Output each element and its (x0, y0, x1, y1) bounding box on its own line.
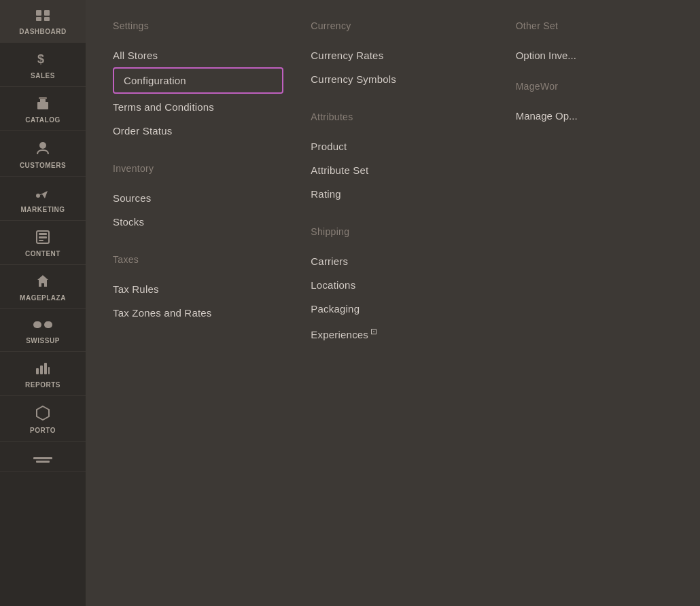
svg-rect-7 (39, 97, 47, 99)
sidebar-item-label-mageplaza: MAGEPLAZA (20, 294, 66, 302)
sidebar-item-mageplaza[interactable]: MAGEPLAZA (0, 265, 86, 309)
svg-rect-13 (39, 240, 43, 241)
menu-item-configuration[interactable]: Configuration (113, 67, 283, 94)
menu-column-middle: Currency Currency Rates Currency Symbols… (304, 0, 502, 586)
menu-item-product[interactable]: Product (311, 135, 481, 158)
sidebar-item-label-marketing: MARKETING (20, 206, 65, 213)
dropdown-menu: Settings All Stores Configuration Terms … (86, 0, 700, 606)
shipping-header: Shipping (311, 226, 481, 237)
menu-item-currency-rates[interactable]: Currency Rates (311, 43, 481, 67)
sidebar-item-sales[interactable]: $ SALES (0, 43, 86, 87)
menu-item-tax-rules[interactable]: Tax Rules (113, 277, 283, 301)
other-set-header: Other Set (516, 20, 686, 31)
svg-rect-12 (39, 236, 47, 238)
svg-rect-14 (33, 321, 41, 328)
attributes-header: Attributes (311, 111, 481, 122)
svg-rect-2 (36, 17, 41, 21)
menu-item-carriers[interactable]: Carriers (311, 249, 481, 273)
svg-rect-0 (36, 10, 41, 16)
svg-rect-6 (40, 99, 46, 103)
svg-rect-20 (33, 457, 52, 459)
menu-column-left: Settings All Stores Configuration Terms … (86, 0, 304, 586)
menu-item-tax-zones[interactable]: Tax Zones and Rates (113, 301, 283, 325)
sidebar-item-label-customers: CUSTOMERS (20, 162, 66, 169)
external-link-icon: ⊡ (370, 327, 377, 336)
sidebar-item-label-reports: REPORTS (25, 381, 60, 389)
sales-icon: $ (36, 52, 50, 68)
svg-point-9 (36, 194, 40, 198)
sidebar-item-customers[interactable]: CUSTOMERS (0, 131, 86, 177)
svg-rect-1 (44, 10, 50, 16)
svg-rect-17 (40, 366, 43, 374)
svg-rect-15 (44, 321, 52, 328)
svg-rect-19 (48, 367, 50, 374)
svg-rect-16 (36, 368, 39, 374)
settings-header: Settings (113, 20, 283, 31)
reports-icon (35, 361, 50, 377)
main-content: Settings All Stores Configuration Terms … (86, 0, 700, 606)
porto-icon (35, 406, 50, 423)
sidebar-item-label-content: CONTENT (25, 250, 60, 257)
magework-header: MageWor (516, 81, 686, 92)
menu-item-option-inve[interactable]: Option Inve... (516, 43, 686, 67)
sidebar-item-label-porto: PORTO (30, 427, 56, 434)
sidebar-item-label-sales: SALES (31, 72, 55, 79)
more-icon (33, 451, 52, 465)
sidebar-item-catalog[interactable]: CATALOG (0, 87, 86, 131)
svg-rect-21 (36, 461, 50, 463)
currency-header: Currency (311, 20, 481, 31)
sidebar-item-content[interactable]: CONTENT (0, 221, 86, 265)
customers-icon (36, 141, 50, 158)
sidebar: DASHBOARD $ SALES CATALOG CUSTOMERS (0, 0, 86, 606)
sidebar-item-marketing[interactable]: MARKETING (0, 177, 86, 221)
menu-item-currency-symbols[interactable]: Currency Symbols (311, 67, 481, 91)
svg-point-8 (39, 142, 46, 149)
svg-rect-11 (39, 233, 47, 235)
menu-item-all-stores[interactable]: All Stores (113, 43, 283, 67)
marketing-icon (35, 186, 50, 202)
sidebar-item-label-swissup: SWISSUP (26, 337, 60, 344)
menu-item-locations[interactable]: Locations (311, 273, 481, 297)
sidebar-item-label-dashboard: DASHBOARD (19, 28, 67, 35)
taxes-header: Taxes (113, 254, 283, 265)
menu-item-rating[interactable]: Rating (311, 182, 481, 206)
swissup-icon (33, 319, 53, 333)
menu-item-packaging[interactable]: Packaging (311, 297, 481, 321)
catalog-icon (35, 96, 50, 112)
svg-rect-3 (44, 17, 50, 21)
menu-item-sources[interactable]: Sources (113, 186, 283, 210)
sidebar-item-swissup[interactable]: SWISSUP (0, 309, 86, 352)
sidebar-item-label-catalog: CATALOG (25, 116, 60, 124)
menu-column-right: Other Set Option Inve... MageWor Manage … (502, 0, 700, 586)
sidebar-item-more[interactable] (0, 442, 86, 472)
content-icon (36, 230, 50, 246)
menu-item-attribute-set[interactable]: Attribute Set (311, 158, 481, 182)
menu-item-terms[interactable]: Terms and Conditions (113, 95, 283, 119)
menu-item-manage-op[interactable]: Manage Op... (516, 104, 686, 128)
menu-item-stocks[interactable]: Stocks (113, 210, 283, 234)
inventory-header: Inventory (113, 163, 283, 174)
sidebar-item-porto[interactable]: PORTO (0, 396, 86, 442)
svg-rect-18 (44, 363, 47, 374)
dashboard-icon (35, 10, 50, 24)
sidebar-item-dashboard[interactable]: DASHBOARD (0, 0, 86, 43)
mageplaza-icon (35, 274, 50, 290)
sidebar-item-reports[interactable]: REPORTS (0, 352, 86, 396)
svg-text:$: $ (37, 52, 45, 66)
menu-item-order-status[interactable]: Order Status (113, 119, 283, 143)
menu-item-experiences[interactable]: Experiences⊡ (311, 321, 481, 346)
